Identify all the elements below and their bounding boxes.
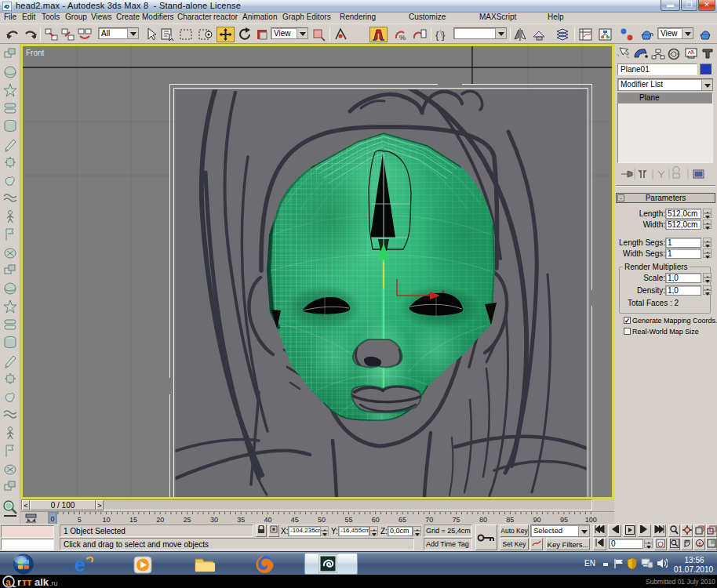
svg-text:alk: alk <box>35 576 49 588</box>
svg-text:5: 5 <box>78 516 82 524</box>
svg-text:0: 0 <box>50 515 54 523</box>
svg-text:85: 85 <box>506 516 514 524</box>
svg-text:тт: тт <box>22 576 32 588</box>
svg-text:.ru: .ru <box>49 579 58 587</box>
svg-text:80: 80 <box>479 516 487 524</box>
svg-text:30: 30 <box>210 516 218 524</box>
svg-text:100: 100 <box>585 516 597 524</box>
svg-text:75: 75 <box>453 516 460 524</box>
svg-text:45: 45 <box>291 516 299 524</box>
svg-text:95: 95 <box>560 516 568 524</box>
svg-text:10: 10 <box>103 516 111 524</box>
svg-text:60: 60 <box>372 516 380 524</box>
svg-text:50: 50 <box>318 516 326 524</box>
svg-text:15: 15 <box>129 516 137 524</box>
svg-text:70: 70 <box>425 516 433 524</box>
svg-text:r: r <box>17 576 21 588</box>
svg-text:%: % <box>399 34 406 42</box>
svg-text:e: e <box>75 555 86 574</box>
svg-text:65: 65 <box>399 516 406 524</box>
svg-text:35: 35 <box>237 516 245 524</box>
svg-text:a: a <box>5 577 11 588</box>
svg-text:25: 25 <box>184 516 191 524</box>
svg-text:Front: Front <box>26 49 45 57</box>
svg-text:40: 40 <box>264 516 271 524</box>
svg-text:90: 90 <box>533 516 541 524</box>
svg-text:20: 20 <box>156 516 164 524</box>
svg-text:55: 55 <box>344 516 352 524</box>
